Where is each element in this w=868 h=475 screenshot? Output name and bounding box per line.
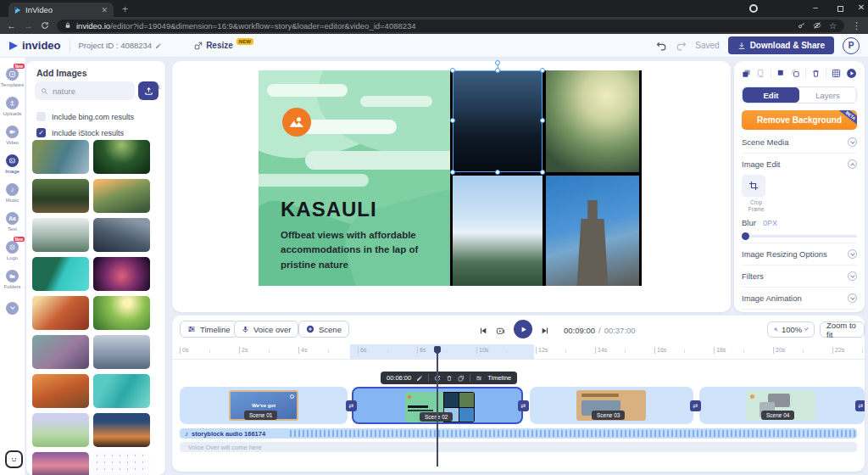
transition-handle[interactable]: ⇄ <box>346 400 357 411</box>
blur-slider[interactable] <box>742 235 857 238</box>
bring-forward-icon[interactable] <box>776 69 786 78</box>
browser-profile-icon[interactable] <box>749 4 758 13</box>
slider-knob[interactable] <box>742 232 749 240</box>
forward-icon[interactable]: → <box>24 21 33 31</box>
video-frame[interactable]: KASAULI Offbeat views with affordable ac… <box>259 70 642 286</box>
copy-style-icon[interactable] <box>756 69 765 78</box>
transition-handle[interactable]: ⇄ <box>855 400 865 411</box>
image-thumbnail-sunlit-meadow[interactable] <box>93 296 150 330</box>
play-button[interactable] <box>514 320 532 338</box>
tab-close-icon[interactable]: ✕ <box>101 6 108 14</box>
voiceover-track[interactable]: Voice Over will come here <box>180 442 857 452</box>
bing-results-checkbox-row[interactable]: Include bing.com results <box>36 112 134 121</box>
send-backward-icon[interactable] <box>791 69 800 78</box>
image-thumbnail-butterflies[interactable] <box>32 413 89 447</box>
sidebar-item-uploads[interactable]: Uploads <box>0 92 25 120</box>
resize-handle[interactable] <box>450 118 455 123</box>
url-omnibox[interactable]: invideo.io/editor?id=19049&dimension=16:… <box>57 20 844 32</box>
resize-handle[interactable] <box>540 118 545 123</box>
edit-pencil-icon[interactable] <box>155 42 162 49</box>
image-thumbnail-coastal-hiker[interactable] <box>32 140 89 174</box>
section-image-animation[interactable]: Image Animation <box>742 289 857 307</box>
new-tab-button[interactable]: + <box>122 3 128 15</box>
resize-handle[interactable] <box>495 170 500 175</box>
canvas-title-text[interactable]: KASAULI <box>281 198 377 221</box>
browser-menu-icon[interactable]: ⋮ <box>852 20 861 31</box>
back-icon[interactable]: ← <box>7 21 16 31</box>
sidebar-item-music[interactable]: ♪ Music <box>0 178 25 207</box>
image-thumbnail-valley-sunset[interactable] <box>93 179 150 213</box>
download-share-button[interactable]: Download & Share <box>728 36 834 54</box>
tooltip-timeline-label[interactable]: Timeline <box>487 374 511 382</box>
crop-frame-tool[interactable] <box>742 175 765 197</box>
eye-off-icon[interactable] <box>813 21 821 30</box>
add-scene-button[interactable]: Scene <box>298 321 349 338</box>
playhead-line[interactable] <box>437 349 438 467</box>
image-thumbnail-surreal-tree[interactable] <box>93 257 150 291</box>
photo-church-tower[interactable] <box>546 176 639 286</box>
window-minimize-button[interactable]: – <box>807 3 824 12</box>
collapse-panel-icon[interactable]: ‹ <box>158 81 161 92</box>
chat-support-button[interactable] <box>5 450 23 468</box>
scene-01-badge[interactable]: Scene 01 <box>244 411 277 420</box>
sidebar-item-text[interactable]: Aa Text <box>0 207 25 236</box>
skip-start-icon[interactable] <box>479 327 487 335</box>
preview-scene-icon[interactable] <box>496 327 505 336</box>
section-filters[interactable]: Filters <box>742 267 857 285</box>
photo-foggy-fence[interactable] <box>546 70 639 172</box>
animate-play-icon[interactable] <box>846 68 857 79</box>
mountain-badge-icon[interactable] <box>282 108 311 137</box>
chevron-down-icon[interactable] <box>848 271 857 281</box>
chevron-down-icon[interactable] <box>848 137 857 147</box>
sidebar-item-image[interactable]: Image <box>0 149 25 178</box>
delete-scene-icon[interactable] <box>446 375 453 382</box>
window-maximize-button[interactable] <box>837 6 843 12</box>
selection-box[interactable] <box>453 70 542 172</box>
sidebar-item-video[interactable]: Video <box>0 120 25 149</box>
image-thumbnail-forest-canopy[interactable] <box>93 140 150 174</box>
window-close-button[interactable]: ✕ <box>853 3 868 12</box>
chevron-up-icon[interactable] <box>848 159 857 169</box>
scene-01-clip[interactable]: We've got Scene 01 <box>180 387 348 424</box>
chevron-down-icon[interactable] <box>848 249 857 259</box>
edit-duration-icon[interactable] <box>416 375 423 382</box>
skip-end-icon[interactable] <box>541 327 549 335</box>
image-thumbnail-leaf-doodles[interactable] <box>93 452 150 475</box>
image-thumbnail-autumn-sunbeams[interactable] <box>32 296 89 330</box>
tab-edit[interactable]: Edit <box>743 87 799 103</box>
apply-all-grid-icon[interactable] <box>832 69 841 78</box>
duplicate-icon[interactable] <box>742 69 751 78</box>
canvas-subtitle-text[interactable]: Offbeat views with affordable accommodat… <box>281 228 418 272</box>
invideo-logo[interactable]: invideo <box>8 39 61 52</box>
bookmark-star-icon[interactable]: ☆ <box>829 21 837 31</box>
image-thumbnail-turquoise-lake[interactable] <box>32 257 89 291</box>
transition-handle[interactable]: ⇄ <box>690 400 701 411</box>
image-thumbnail-misty-canopy[interactable] <box>32 335 89 369</box>
duplicate-scene-icon[interactable] <box>458 375 465 382</box>
undo-icon[interactable] <box>656 40 667 51</box>
section-scene-media[interactable]: Scene Media <box>742 133 857 151</box>
chevron-down-icon[interactable] <box>848 293 857 303</box>
voice-over-button[interactable]: Voice over <box>234 321 298 338</box>
image-search-box[interactable] <box>35 81 135 100</box>
scene-03-clip[interactable]: Scene 03 <box>530 387 693 424</box>
timeline-zoom-button[interactable]: 100% <box>767 321 815 338</box>
transition-handle[interactable]: ⇄ <box>518 400 529 411</box>
sidebar-item-folders[interactable]: Folders <box>0 265 25 293</box>
image-thumbnail-dewy-plants[interactable] <box>93 374 150 408</box>
photo-pine-sky[interactable] <box>453 176 542 286</box>
delete-icon[interactable] <box>811 69 821 78</box>
image-thumbnail-mountain-sunset[interactable] <box>93 413 150 447</box>
section-image-resizing[interactable]: Image Resizing Options <box>742 245 857 263</box>
user-avatar[interactable]: P <box>843 37 860 54</box>
timeline-ruler[interactable]: 0s 2s 4s 6s 8s 10s 12s 14s 16s 18s 20s 2… <box>172 344 865 360</box>
istock-results-checkbox-row[interactable]: ✓ Include iStock results <box>36 128 124 137</box>
timeline-settings-icon[interactable] <box>476 375 482 382</box>
resize-button[interactable]: Resize NEW <box>194 41 253 50</box>
redo-icon[interactable] <box>676 40 687 51</box>
resize-handle[interactable] <box>540 68 545 73</box>
checkbox-checked[interactable]: ✓ <box>36 128 46 137</box>
checkbox-unchecked[interactable] <box>36 112 46 121</box>
resize-handle[interactable] <box>450 68 455 73</box>
timeline-button[interactable]: Timeline <box>180 321 238 338</box>
